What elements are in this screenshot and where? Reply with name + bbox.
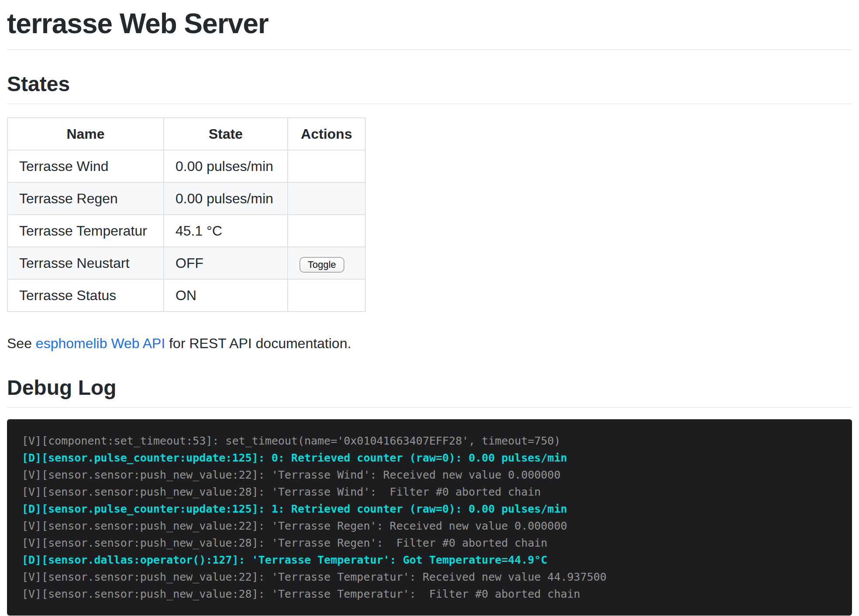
name-cell: Terrasse Status xyxy=(7,279,164,311)
table-row-terrasse-temperatur: Terrasse Temperatur 45.1 °C xyxy=(7,215,365,247)
table-row-terrasse-status: Terrasse Status ON xyxy=(7,279,365,311)
log-line: [V][sensor.sensor:push_new_value:22]: 'T… xyxy=(22,517,837,534)
state-cell: 0.00 pulses/min xyxy=(164,150,288,182)
name-cell: Terrasse Wind xyxy=(7,150,164,182)
page-title: terrasse Web Server xyxy=(7,6,852,50)
actions-cell xyxy=(288,279,365,311)
actions-cell xyxy=(288,150,365,182)
api-note-prefix: See xyxy=(7,335,36,351)
debug-log-box: [V][component:set_timeout:53]: set_timeo… xyxy=(7,419,852,616)
log-line: [V][sensor.sensor:push_new_value:28]: 'T… xyxy=(22,585,837,602)
state-cell: 0.00 pulses/min xyxy=(164,182,288,215)
name-cell: Terrasse Temperatur xyxy=(7,215,164,247)
table-header-row: Name State Actions xyxy=(7,118,365,150)
column-header-actions: Actions xyxy=(288,118,365,150)
states-heading: States xyxy=(7,71,852,104)
table-row-terrasse-wind: Terrasse Wind 0.00 pulses/min xyxy=(7,150,365,182)
name-cell: Terrasse Regen xyxy=(7,182,164,215)
column-header-name: Name xyxy=(7,118,164,150)
column-header-state: State xyxy=(164,118,288,150)
log-line: [D][sensor.pulse_counter:update:125]: 0:… xyxy=(22,449,837,466)
table-row-terrasse-regen: Terrasse Regen 0.00 pulses/min xyxy=(7,182,365,215)
state-cell: 45.1 °C xyxy=(164,215,288,247)
api-note: See esphomelib Web API for REST API docu… xyxy=(7,333,852,354)
log-line: [D][sensor.pulse_counter:update:125]: 1:… xyxy=(22,500,837,517)
name-cell: Terrasse Neustart xyxy=(7,247,164,279)
table-row-terrasse-neustart: Terrasse Neustart OFF Toggle xyxy=(7,247,365,279)
log-line: [V][sensor.sensor:push_new_value:22]: 'T… xyxy=(22,568,837,585)
state-cell: ON xyxy=(164,279,288,311)
actions-cell xyxy=(288,215,365,247)
actions-cell: Toggle xyxy=(288,247,365,279)
log-line: [V][sensor.sensor:push_new_value:22]: 'T… xyxy=(22,466,837,483)
states-table: Name State Actions Terrasse Wind 0.00 pu… xyxy=(7,117,366,312)
log-line: [V][sensor.sensor:push_new_value:28]: 'T… xyxy=(22,483,837,500)
actions-cell xyxy=(288,182,365,215)
page-content: terrasse Web Server States Name State Ac… xyxy=(0,0,859,616)
state-cell: OFF xyxy=(164,247,288,279)
api-note-suffix: for REST API documentation. xyxy=(165,335,351,351)
log-line: [V][component:set_timeout:53]: set_timeo… xyxy=(22,432,837,449)
debug-log-heading: Debug Log xyxy=(7,375,852,408)
web-api-link[interactable]: esphomelib Web API xyxy=(36,335,165,351)
toggle-button[interactable]: Toggle xyxy=(299,257,344,273)
log-line: [D][sensor.dallas:operator():127]: 'Terr… xyxy=(22,551,837,568)
log-line: [V][sensor.sensor:push_new_value:28]: 'T… xyxy=(22,534,837,551)
